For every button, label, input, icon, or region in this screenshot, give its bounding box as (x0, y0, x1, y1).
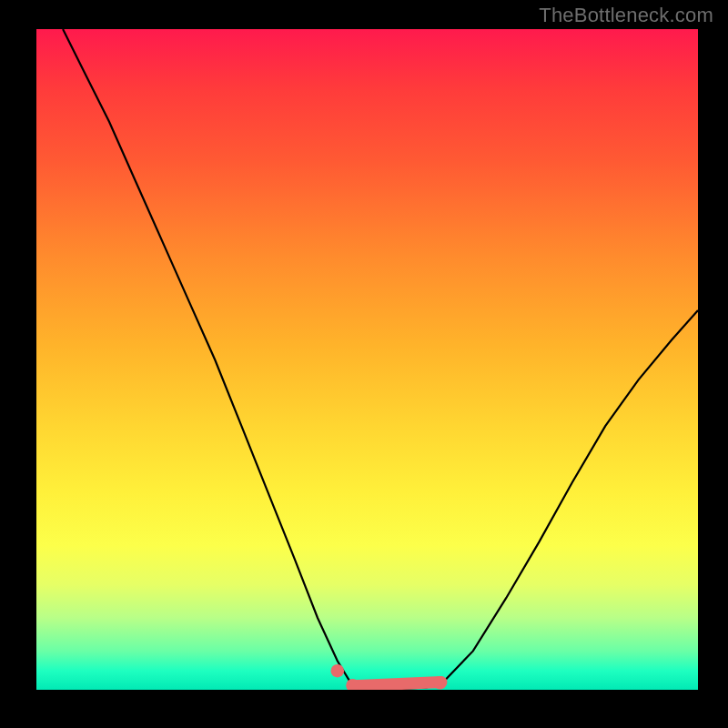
bottom-marker-strip (353, 682, 441, 686)
left-curve (63, 29, 352, 686)
plot-area (36, 29, 698, 691)
chart-frame: TheBottleneck.com (0, 0, 728, 728)
watermark-text: TheBottleneck.com (539, 4, 713, 27)
frame-bottom-edge (36, 690, 698, 692)
right-curve (443, 310, 698, 682)
marker-left-dot (331, 664, 345, 678)
marker-blob-end (433, 676, 447, 690)
curve-svg (36, 29, 698, 691)
